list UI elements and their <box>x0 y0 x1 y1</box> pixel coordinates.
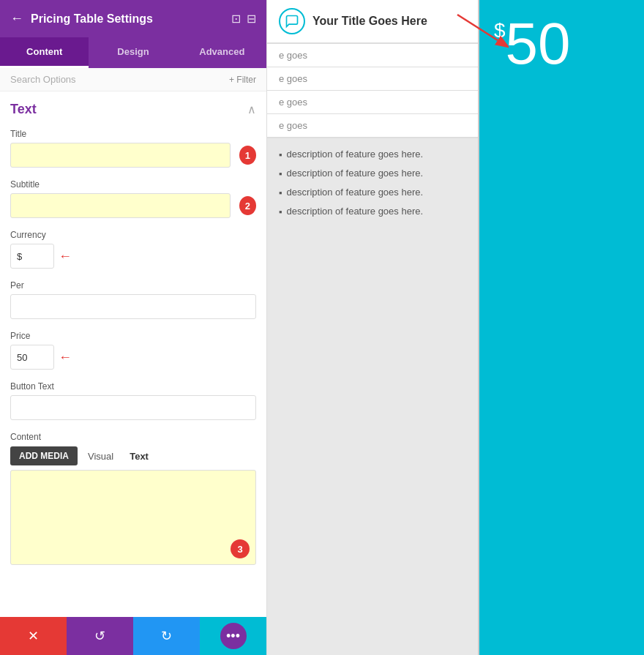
content-label: Content <box>10 432 256 442</box>
tab-design[interactable]: Design <box>89 37 177 68</box>
search-bar: Search Options + Filter <box>0 68 266 91</box>
subtitle-label: Subtitle <box>10 179 256 190</box>
redo-button[interactable]: ↻ <box>133 617 200 655</box>
price-currency: $ <box>494 19 506 42</box>
subtitle-field-group: Subtitle 2 <box>10 179 256 218</box>
preview-area: Your Title Goes Here e goes e goes e goe… <box>267 0 644 655</box>
currency-arrow: ← <box>59 249 72 264</box>
filter-button[interactable]: + Filter <box>229 75 256 85</box>
text-tab[interactable]: Text <box>124 448 154 465</box>
currency-input[interactable] <box>10 244 54 269</box>
title-label: Title <box>10 129 256 139</box>
back-icon[interactable]: ← <box>10 11 23 26</box>
currency-label: Currency <box>10 230 256 240</box>
panel-title: Pricing Table Settings <box>31 12 225 26</box>
panel-tabs: Content Design Advanced <box>0 37 266 68</box>
icon-grid[interactable]: ⊡ <box>231 12 241 26</box>
more-icon: ••• <box>226 629 240 644</box>
redo-icon: ↻ <box>161 628 172 644</box>
price-amount: 50 <box>506 15 571 73</box>
badge-3: 3 <box>231 539 250 558</box>
title-field-group: Title 1 <box>10 129 256 168</box>
preview-title: Your Title Goes Here <box>312 15 427 28</box>
tab-advanced[interactable]: Advanced <box>178 37 266 68</box>
feature-item-3: description of feature goes here. <box>279 187 466 198</box>
truncated-row-2: e goes <box>267 67 478 91</box>
more-circle: ••• <box>220 623 247 649</box>
section-header: Text ∧ <box>10 102 256 117</box>
feature-list: description of feature goes here. descri… <box>267 138 478 655</box>
currency-field-group: Currency ← <box>10 230 256 269</box>
truncated-row-1: e goes <box>267 44 478 67</box>
subtitle-input[interactable] <box>10 193 231 218</box>
content-editor[interactable]: 3 <box>10 470 256 565</box>
visual-tab[interactable]: Visual <box>82 448 119 465</box>
button-text-label: Button Text <box>10 381 256 392</box>
price-arrow: ← <box>59 350 72 365</box>
badge-2: 2 <box>239 196 256 215</box>
search-placeholder: Search Options <box>10 74 76 85</box>
collapse-icon[interactable]: ∧ <box>247 102 256 116</box>
more-button[interactable]: ••• <box>200 617 266 655</box>
truncated-row-4: e goes <box>267 114 478 138</box>
feature-item-2: description of feature goes here. <box>279 168 466 179</box>
undo-button[interactable]: ↺ <box>67 617 133 655</box>
price-display: $ 50 <box>494 15 629 73</box>
badge-1: 1 <box>239 146 256 165</box>
truncated-rows: e goes e goes e goes e goes <box>267 44 478 138</box>
tab-content[interactable]: Content <box>0 37 89 68</box>
settings-panel: ← Pricing Table Settings ⊡ ⊟ Content Des… <box>0 0 267 655</box>
preview-panel: Your Title Goes Here e goes e goes e goe… <box>267 0 644 655</box>
panel-content: Text ∧ Title 1 Subtitle 2 Currency ← <box>0 91 266 617</box>
add-media-button[interactable]: ADD MEDIA <box>10 446 78 465</box>
close-icon: ✕ <box>28 628 39 644</box>
feature-item-1: description of feature goes here. <box>279 149 466 160</box>
button-text-field-group: Button Text <box>10 381 256 420</box>
price-field-group: Price ← <box>10 331 256 370</box>
content-field-group: Content ADD MEDIA Visual Text 3 <box>10 432 256 565</box>
preview-right-card: $ 50 <box>479 0 644 655</box>
preview-left-card: Your Title Goes Here e goes e goes e goe… <box>267 0 479 655</box>
preview-card-header: Your Title Goes Here <box>267 0 478 44</box>
panel-bottom: ✕ ↺ ↻ ••• <box>0 617 266 655</box>
price-input[interactable] <box>10 345 54 370</box>
price-label: Price <box>10 331 256 341</box>
section-title: Text <box>10 102 37 117</box>
panel-header: ← Pricing Table Settings ⊡ ⊟ <box>0 0 266 37</box>
per-field-group: Per <box>10 280 256 319</box>
truncated-row-3: e goes <box>267 91 478 114</box>
button-text-input[interactable] <box>10 395 256 420</box>
chat-icon <box>279 8 305 34</box>
feature-item-4: description of feature goes here. <box>279 206 466 217</box>
close-button[interactable]: ✕ <box>0 617 67 655</box>
per-input[interactable] <box>10 294 256 319</box>
editor-toolbar: ADD MEDIA Visual Text <box>10 446 256 465</box>
title-input[interactable] <box>10 143 231 168</box>
undo-icon: ↺ <box>94 628 105 644</box>
icon-panel[interactable]: ⊟ <box>247 12 256 26</box>
per-label: Per <box>10 280 256 291</box>
